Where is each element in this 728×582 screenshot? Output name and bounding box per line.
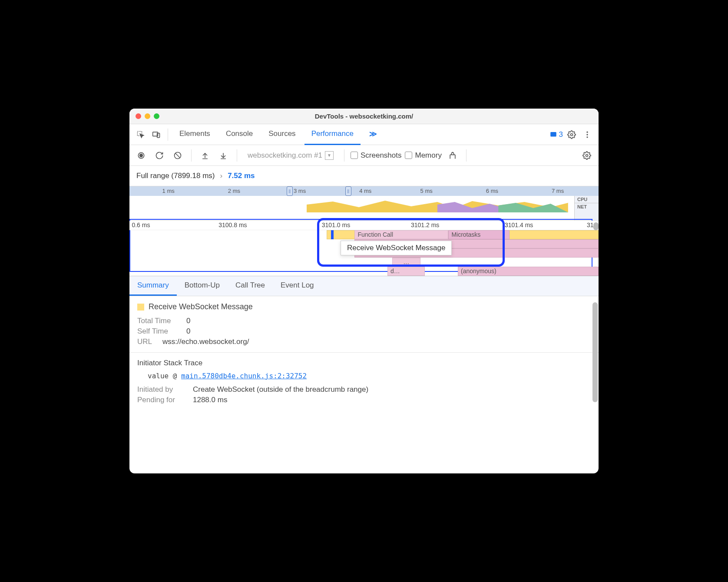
flame-bar-d[interactable]: d…	[387, 267, 425, 276]
svg-point-12	[586, 154, 588, 156]
tab-call-tree[interactable]: Call Tree	[228, 276, 273, 296]
tabs-overflow-button[interactable]: ≫	[362, 124, 384, 145]
collect-garbage-icon[interactable]	[445, 148, 460, 163]
scrollbar-thumb[interactable]	[592, 302, 598, 402]
tab-event-log[interactable]: Event Log	[273, 276, 322, 296]
zoom-window-button[interactable]	[154, 113, 159, 119]
summary-event-title: Receive WebSocket Message	[137, 302, 591, 311]
more-icon[interactable]	[580, 128, 594, 142]
download-profile-icon[interactable]	[216, 148, 231, 163]
recording-select[interactable]: websocketking.com #1 ▼	[243, 151, 338, 160]
flame-bar-truncated[interactable]: …	[392, 258, 420, 267]
device-toolbar-icon[interactable]	[149, 128, 163, 142]
stack-frame-link[interactable]: main.5780db4e.chunk.js:2:32752	[181, 372, 307, 380]
event-name: Receive WebSocket Message	[149, 302, 253, 311]
tab-summary[interactable]: Summary	[129, 276, 177, 296]
ruler-tick: 0.6 ms	[132, 222, 150, 228]
ruler-tick: 31	[587, 222, 594, 228]
svg-point-5	[586, 131, 588, 132]
flame-chart[interactable]: 0.6 ms 3100.8 ms 3101.0 ms 3101.2 ms 310…	[129, 221, 599, 276]
titlebar: DevTools - websocketking.com/	[129, 109, 599, 124]
record-icon[interactable]	[134, 148, 149, 163]
self-time-value: 0	[186, 327, 190, 336]
panel-tabs: Elements Console Sources Performance ≫ 3	[129, 124, 599, 145]
screenshots-label: Screenshots	[361, 151, 402, 160]
clear-icon[interactable]	[170, 148, 185, 163]
flame-bar-microtasks[interactable]: Microtasks	[448, 230, 509, 239]
ruler-tick: 1 ms	[162, 188, 175, 194]
breadcrumb-selected-range[interactable]: 7.52 ms	[228, 172, 255, 180]
svg-rect-3	[550, 132, 556, 137]
window-title: DevTools - websocketking.com/	[315, 112, 413, 120]
url-label: URL	[137, 337, 155, 346]
divider	[237, 149, 237, 162]
total-time-value: 0	[186, 317, 190, 325]
memory-label: Memory	[415, 151, 441, 160]
divider	[466, 149, 467, 162]
divider	[129, 352, 599, 353]
overview-body	[129, 196, 572, 212]
capture-settings-icon[interactable]	[579, 148, 594, 163]
checkbox-icon	[405, 152, 412, 159]
self-time-label: Self Time	[137, 327, 179, 336]
overview-ruler: 1 ms 2 ms 3 ms 4 ms 5 ms 6 ms 7 ms || ||	[129, 186, 599, 196]
issues-button[interactable]: 3	[549, 130, 563, 139]
upload-profile-icon[interactable]	[198, 148, 212, 163]
divider	[168, 129, 168, 141]
tab-sources[interactable]: Sources	[261, 124, 302, 145]
ruler-tick: 2 ms	[228, 188, 240, 194]
reload-record-icon[interactable]	[152, 148, 167, 163]
svg-line-11	[175, 153, 180, 158]
screenshots-checkbox[interactable]: Screenshots	[351, 151, 402, 160]
ruler-tick: 3101.2 ms	[411, 222, 439, 228]
timeline-overview[interactable]: 1 ms 2 ms 3 ms 4 ms 5 ms 6 ms 7 ms || ||…	[129, 186, 599, 221]
tab-elements[interactable]: Elements	[172, 124, 217, 145]
issues-count: 3	[559, 130, 563, 139]
divider	[191, 149, 192, 162]
cpu-silhouette	[307, 199, 568, 212]
breadcrumb: Full range (7899.18 ms) › 7.52 ms	[129, 166, 599, 186]
pending-for-label: Pending for	[137, 396, 185, 404]
flame-bar-function-call[interactable]: Function Call	[354, 230, 448, 239]
stack-frame-func: value	[148, 372, 169, 380]
chevron-down-icon: ▼	[325, 151, 334, 160]
divider	[344, 149, 344, 162]
memory-checkbox[interactable]: Memory	[405, 151, 441, 160]
breadcrumb-full-range[interactable]: Full range (7899.18 ms)	[136, 172, 215, 180]
recording-select-label: websocketking.com #1	[248, 151, 322, 160]
flame-tooltip: Receive WebSocket Message	[341, 241, 452, 255]
ruler-tick: 3101.4 ms	[505, 222, 533, 228]
svg-point-4	[571, 133, 573, 136]
chevron-right-icon: ›	[220, 172, 222, 180]
initiated-by-value: Create WebSocket (outside of the breadcr…	[193, 385, 368, 394]
svg-point-6	[586, 134, 588, 135]
ruler-tick: 3100.8 ms	[218, 222, 247, 228]
ruler-tick: 4 ms	[359, 188, 371, 194]
event-color-swatch	[137, 304, 144, 311]
flame-rows: Function Call Microtasks … d… (anonymous…	[129, 230, 599, 276]
inspect-element-icon[interactable]	[134, 128, 148, 142]
svg-point-9	[140, 154, 143, 157]
tab-console[interactable]: Console	[219, 124, 260, 145]
overview-track-labels: CPU NET	[574, 196, 599, 220]
scrollbar-thumb[interactable]	[593, 222, 599, 230]
summary-panel: Receive WebSocket Message Total Time 0 S…	[129, 296, 599, 473]
window-controls	[136, 109, 159, 124]
performance-toolbar: websocketking.com #1 ▼ Screenshots Memor…	[129, 145, 599, 166]
net-track-label: NET	[575, 203, 599, 210]
selection-handle-left[interactable]: ||	[287, 186, 293, 196]
flame-ruler: 0.6 ms 3100.8 ms 3101.0 ms 3101.2 ms 310…	[129, 221, 599, 230]
ruler-tick: 6 ms	[486, 188, 498, 194]
tab-bottom-up[interactable]: Bottom-Up	[177, 276, 228, 296]
flame-selection-marker	[331, 230, 334, 239]
selection-handle-right[interactable]: ||	[345, 186, 351, 196]
minimize-window-button[interactable]	[145, 113, 150, 119]
flame-bar-anonymous[interactable]: (anonymous)	[458, 267, 599, 276]
tab-performance[interactable]: Performance	[304, 124, 361, 145]
close-window-button[interactable]	[136, 113, 141, 119]
svg-point-7	[586, 136, 588, 138]
total-time-label: Total Time	[137, 317, 179, 325]
settings-icon[interactable]	[565, 128, 579, 142]
detail-tabs: Summary Bottom-Up Call Tree Event Log	[129, 276, 599, 296]
pending-for-value: 1288.0 ms	[193, 396, 227, 404]
